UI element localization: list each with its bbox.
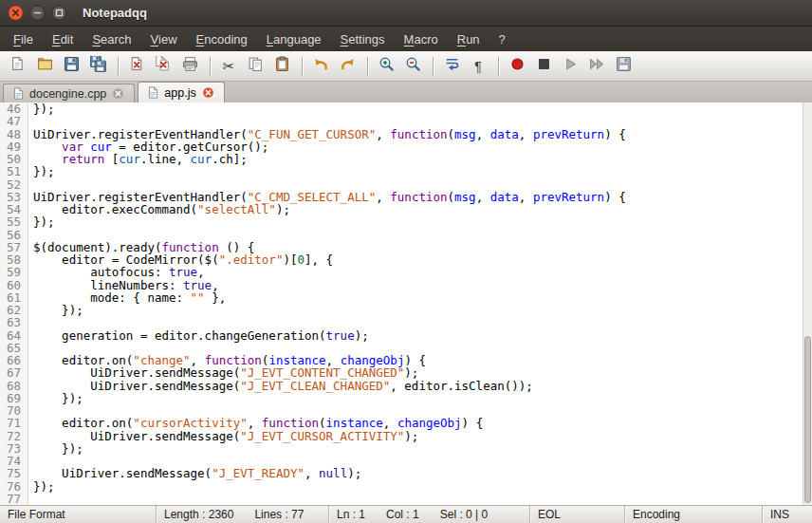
redo-icon [340, 56, 356, 76]
notepadqq-window: Notepadqq FileEditSearchViewEncodingLang… [0, 0, 812, 523]
code-line[interactable]: 66 editor.on("change", function(instance… [0, 354, 812, 366]
window-controls [8, 5, 67, 21]
code-line[interactable]: 61 mode: { name: "" }, [0, 291, 812, 304]
code-line[interactable]: 63 [0, 316, 812, 328]
line-number: 65 [0, 342, 28, 354]
code-line[interactable]: 65 [0, 342, 812, 354]
code-line[interactable]: 69 }); [0, 392, 812, 404]
line-number: 54 [0, 203, 28, 215]
status-item: Sel : 0 | 0 [440, 508, 488, 521]
maximize-button[interactable] [51, 5, 67, 21]
menu-item-search[interactable]: Search [83, 28, 140, 50]
menu-item-run[interactable]: Run [448, 28, 489, 50]
play-macro-button[interactable] [558, 54, 582, 79]
code-line[interactable]: 67 UiDriver.sendMessage("J_EVT_CONTENT_C… [0, 366, 812, 379]
line-number: 58 [0, 253, 28, 266]
line-number: 76 [0, 480, 28, 493]
code-text [28, 455, 33, 467]
code-line[interactable]: 60 lineNumbers: true, [0, 279, 812, 291]
print-button[interactable] [177, 54, 202, 79]
code-line[interactable]: 68 UiDriver.sendMessage("J_EVT_CLEAN_CHA… [0, 380, 812, 392]
vertical-scrollbar[interactable] [803, 103, 812, 505]
code-line[interactable]: 64 generation = editor.changeGeneration(… [0, 329, 812, 342]
code-text: editor = CodeMirror($(".editor")[0], { [28, 253, 333, 266]
copy-button[interactable] [243, 54, 268, 79]
code-line[interactable]: 48UiDriver.registerEventHandler("C_FUN_G… [0, 128, 812, 140]
new-file-icon [10, 56, 27, 76]
menu-item-edit[interactable]: Edit [43, 28, 83, 50]
code-text: generation = editor.changeGeneration(tru… [28, 329, 369, 342]
close-button[interactable] [8, 5, 24, 21]
run-macro-multiple-button[interactable] [584, 54, 609, 79]
code-line[interactable]: 75 UiDriver.sendMessage("J_EVT_READY", n… [0, 467, 812, 479]
code-line[interactable]: 54 editor.execCommand("selectAll"); [0, 203, 812, 215]
code-line[interactable]: 50 return [cur.line, cur.ch]; [0, 153, 812, 165]
cut-button[interactable]: ✂ [216, 54, 241, 79]
zoom-out-button[interactable] [400, 54, 425, 79]
code-line[interactable]: 73 }); [0, 442, 812, 455]
scrollbar-thumb[interactable] [804, 336, 811, 503]
undo-button[interactable] [308, 54, 333, 79]
menu-item-settings[interactable]: Settings [331, 28, 395, 50]
line-number: 62 [0, 304, 28, 316]
show-all-characters-button[interactable]: ¶ [466, 54, 490, 79]
menu-item-view[interactable]: View [141, 28, 187, 50]
code-line[interactable]: 56 [0, 229, 812, 241]
code-line[interactable]: 47 [0, 115, 812, 127]
code-line[interactable]: 70 [0, 404, 812, 417]
save-all-button[interactable] [85, 54, 110, 79]
minimize-button[interactable] [29, 5, 46, 21]
code-editor[interactable]: 46});4748UiDriver.registerEventHandler("… [0, 103, 812, 505]
code-line[interactable]: 74 [0, 455, 812, 467]
save-button[interactable] [59, 54, 83, 79]
code-text [28, 115, 33, 127]
code-line[interactable]: 49 var cur = editor.getCursor(); [0, 140, 812, 153]
cut-icon: ✂ [223, 58, 235, 75]
line-number: 52 [0, 178, 28, 191]
code-text [28, 493, 33, 505]
tab-close-icon[interactable] [112, 87, 124, 100]
code-line[interactable]: 77 [0, 493, 812, 505]
close-all-button[interactable] [151, 54, 175, 79]
document-icon [148, 86, 158, 99]
code-line[interactable]: 52 [0, 178, 812, 191]
tab-app-js[interactable]: app.js [138, 82, 224, 103]
save-macro-button[interactable] [611, 54, 636, 79]
save-icon [64, 56, 80, 76]
paste-button[interactable] [269, 54, 294, 79]
record-macro-button[interactable] [505, 54, 529, 79]
code-line[interactable]: 62 }); [0, 304, 812, 316]
menu-item-encoding[interactable]: Encoding [187, 28, 257, 50]
menu-item-file[interactable]: File [4, 28, 43, 50]
code-line[interactable]: 55}); [0, 215, 812, 228]
code-text: }); [28, 392, 83, 404]
code-line[interactable]: 59 autofocus: true, [0, 266, 812, 278]
code-text: }); [28, 304, 83, 316]
new-file-button[interactable] [6, 54, 30, 79]
line-number: 66 [0, 354, 28, 366]
status-segment: INS [763, 506, 812, 523]
code-line[interactable]: 46}); [0, 103, 812, 115]
status-item: INS [770, 508, 789, 521]
code-line[interactable]: 71 editor.on("cursorActivity", function(… [0, 417, 812, 429]
code-line[interactable]: 72 UiDriver.sendMessage("J_EVT_CURSOR_AC… [0, 430, 812, 442]
zoom-in-button[interactable] [374, 54, 398, 79]
code-line[interactable]: 51}); [0, 165, 812, 177]
stop-macro-button[interactable] [531, 54, 556, 79]
redo-button[interactable] [335, 54, 360, 79]
close-document-button[interactable] [124, 54, 149, 79]
tab-docengine-cpp[interactable]: docengine.cpp [3, 84, 135, 103]
code-line[interactable]: 57$(document).ready(function () { [0, 241, 812, 253]
code-text: lineNumbers: true, [28, 279, 219, 291]
menu-item-language[interactable]: Language [257, 28, 331, 50]
code-line[interactable]: 53UiDriver.registerEventHandler("C_CMD_S… [0, 191, 812, 203]
status-item: Encoding [633, 508, 680, 521]
menu-item-help[interactable]: ? [489, 28, 515, 50]
menu-item-macro[interactable]: Macro [395, 28, 448, 50]
tab-close-icon[interactable] [202, 86, 214, 99]
open-folder-button[interactable] [32, 54, 57, 79]
code-line[interactable]: 76}); [0, 480, 812, 493]
code-line[interactable]: 58 editor = CodeMirror($(".editor")[0], … [0, 253, 812, 266]
word-wrap-button[interactable] [439, 54, 464, 79]
line-number: 49 [0, 140, 28, 153]
